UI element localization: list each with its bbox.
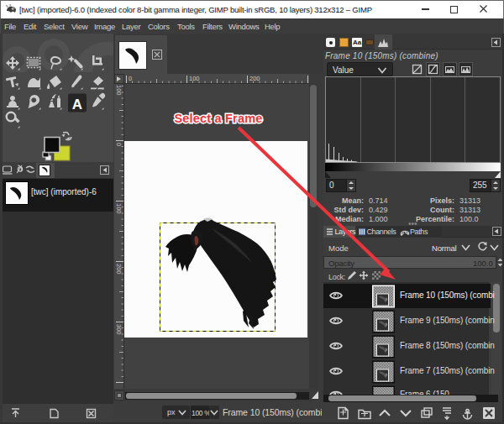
svg-text:Select a Frame: Select a Frame [174, 112, 262, 125]
